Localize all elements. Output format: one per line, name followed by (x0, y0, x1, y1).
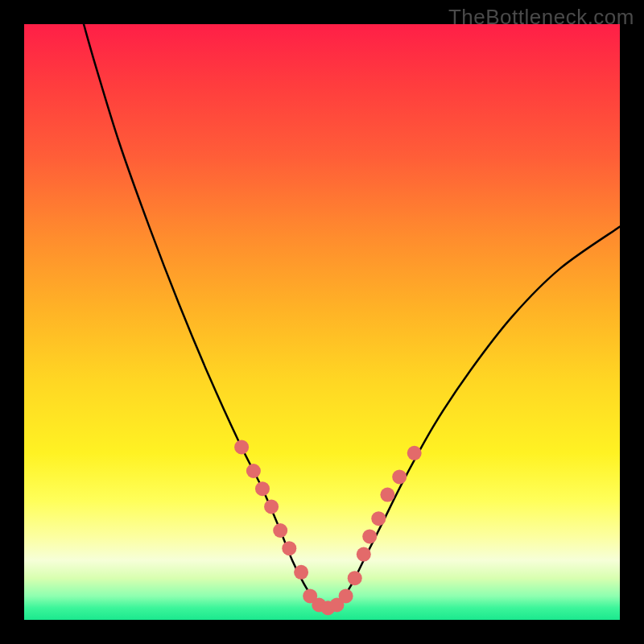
marker-dot (255, 481, 270, 496)
marker-dot (234, 440, 249, 454)
marker-dot (357, 547, 371, 562)
curve-markers (234, 440, 422, 615)
marker-dot (273, 523, 287, 538)
chart-stage: TheBottleneck.com (0, 0, 644, 644)
marker-dot (282, 541, 296, 555)
marker-dot (380, 488, 394, 502)
marker-dot (294, 565, 308, 580)
marker-dot (392, 469, 407, 484)
marker-dot (348, 571, 362, 585)
marker-dot (362, 529, 377, 543)
marker-dot (371, 511, 386, 526)
bottleneck-curve (84, 24, 620, 608)
watermark-text: TheBottleneck.com (448, 5, 634, 30)
marker-dot (246, 464, 261, 478)
marker-dot (264, 499, 279, 514)
marker-dot (339, 588, 353, 603)
marker-dot (407, 446, 422, 460)
plot-svg (24, 24, 620, 620)
